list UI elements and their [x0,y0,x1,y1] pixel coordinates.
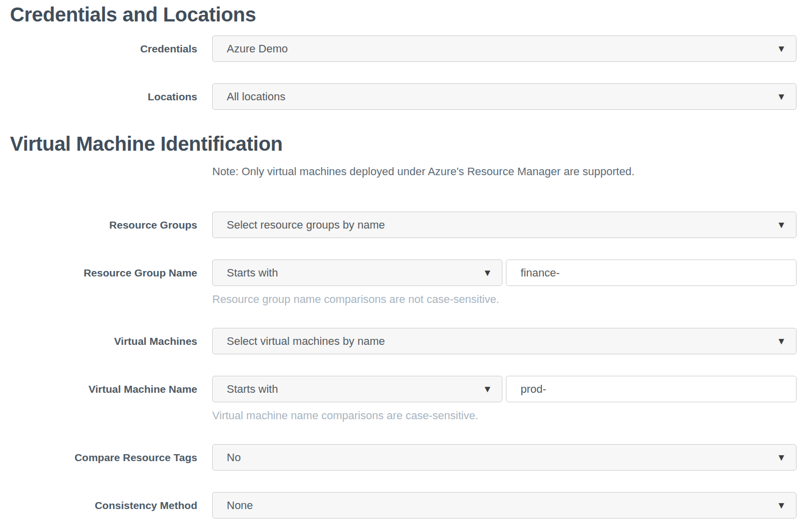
note-control: Note: Only virtual machines deployed und… [212,165,797,179]
credentials-select[interactable]: Azure Demo ▼ [212,35,797,62]
credentials-select-value: Azure Demo [227,42,288,55]
locations-row: Locations All locations ▼ [10,83,797,110]
compare-resource-tags-row: Compare Resource Tags No ▼ [10,444,797,471]
virtual-machine-name-help: Virtual machine name comparisons are cas… [212,409,797,423]
vm-backup-config-form: Credentials and Locations Credentials Az… [0,0,810,532]
chevron-down-icon: ▼ [771,92,786,101]
chevron-down-icon: ▼ [477,384,492,394]
virtual-machine-name-operator-select[interactable]: Starts with ▼ [212,376,502,402]
consistency-method-select-value: None [227,499,253,512]
locations-label: Locations [10,83,197,110]
resource-groups-select[interactable]: Select resource groups by name ▼ [212,212,797,238]
virtual-machine-name-row: Virtual Machine Name Starts with ▼ Virtu… [10,376,797,423]
virtual-machines-label: Virtual Machines [10,328,197,354]
compare-resource-tags-select-value: No [227,451,241,464]
resource-group-name-operator-select[interactable]: Starts with ▼ [212,260,502,286]
chevron-down-icon: ▼ [771,501,786,510]
resource-groups-label: Resource Groups [10,212,197,238]
virtual-machine-name-inputs: Starts with ▼ [212,376,797,402]
section-title-virtual-machine-identification: Virtual Machine Identification [10,131,797,156]
note-row: Note: Only virtual machines deployed und… [10,165,797,179]
resource-groups-row: Resource Groups Select resource groups b… [10,212,797,238]
virtual-machine-name-input[interactable] [506,376,797,402]
resource-group-name-control: Starts with ▼ Resource group name compar… [212,260,797,306]
virtual-machine-name-control: Starts with ▼ Virtual machine name compa… [212,376,797,423]
resource-group-name-operator-value: Starts with [227,266,278,279]
locations-select[interactable]: All locations ▼ [212,83,797,110]
chevron-down-icon: ▼ [771,220,786,230]
virtual-machine-name-operator-value: Starts with [227,383,278,396]
compare-resource-tags-label: Compare Resource Tags [10,444,197,471]
compare-resource-tags-control: No ▼ [212,444,797,471]
consistency-method-label: Consistency Method [10,492,197,519]
chevron-down-icon: ▼ [477,268,492,277]
consistency-method-control: None ▼ [212,492,797,519]
chevron-down-icon: ▼ [771,44,786,53]
resource-group-name-input[interactable] [506,260,797,286]
virtual-machines-control: Select virtual machines by name ▼ [212,328,797,354]
resource-group-name-inputs: Starts with ▼ [212,260,797,286]
locations-select-value: All locations [227,90,285,103]
virtual-machines-select[interactable]: Select virtual machines by name ▼ [212,328,797,354]
resource-group-name-row: Resource Group Name Starts with ▼ Resour… [10,260,797,306]
credentials-control: Azure Demo ▼ [212,35,797,62]
locations-control: All locations ▼ [212,83,797,110]
virtual-machines-select-value: Select virtual machines by name [227,335,385,348]
virtual-machine-name-label: Virtual Machine Name [10,376,197,402]
consistency-method-select[interactable]: None ▼ [212,492,797,519]
credentials-label: Credentials [10,35,197,62]
compare-resource-tags-select[interactable]: No ▼ [212,444,797,471]
credentials-row: Credentials Azure Demo ▼ [10,35,797,62]
virtual-machines-row: Virtual Machines Select virtual machines… [10,328,797,354]
resource-groups-control: Select resource groups by name ▼ [212,212,797,238]
section-title-credentials-and-locations: Credentials and Locations [10,2,797,27]
chevron-down-icon: ▼ [771,453,786,462]
resource-group-name-label: Resource Group Name [10,260,197,286]
resource-group-name-help: Resource group name comparisons are not … [212,292,797,306]
consistency-method-row: Consistency Method None ▼ [10,492,797,519]
chevron-down-icon: ▼ [771,336,786,346]
resource-groups-select-value: Select resource groups by name [227,219,385,232]
resource-manager-note: Note: Only virtual machines deployed und… [212,165,797,179]
